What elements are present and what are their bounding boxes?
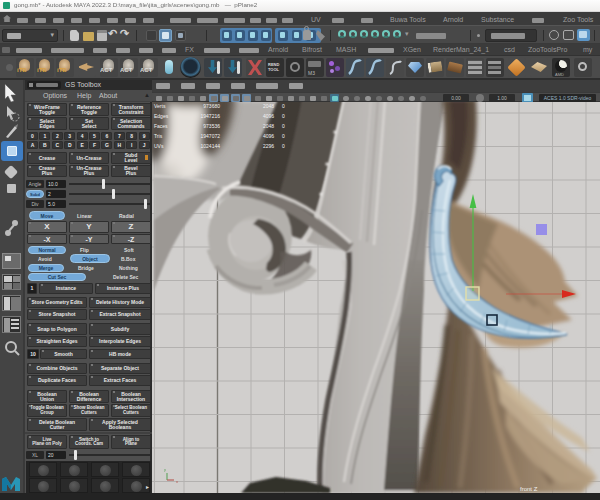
svg-text:x: x (176, 479, 178, 484)
svg-text:y: y (164, 467, 166, 472)
svg-text:front Z: front Z (520, 486, 538, 492)
